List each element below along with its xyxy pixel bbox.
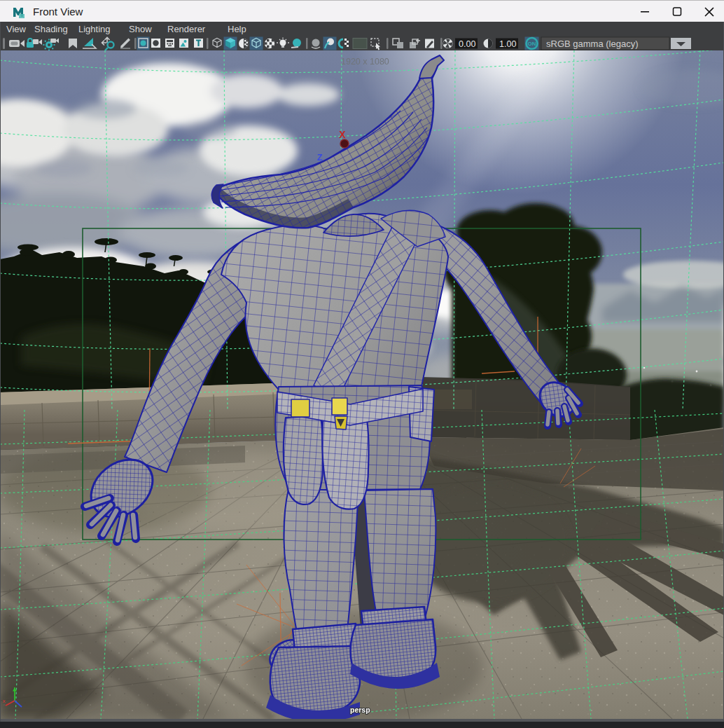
svg-text:Z: Z: [317, 153, 323, 163]
svg-text:X: X: [339, 129, 346, 140]
svg-text:x: x: [3, 698, 6, 704]
svg-text:1.00: 1.00: [499, 39, 516, 49]
svg-text:1920 x 1080: 1920 x 1080: [341, 57, 389, 67]
svg-text:0.00: 0.00: [459, 39, 475, 49]
svg-text:ON: ON: [528, 41, 536, 47]
svg-text:sRGB gamma (legacy): sRGB gamma (legacy): [546, 39, 638, 49]
svg-text:persp: persp: [350, 706, 370, 714]
